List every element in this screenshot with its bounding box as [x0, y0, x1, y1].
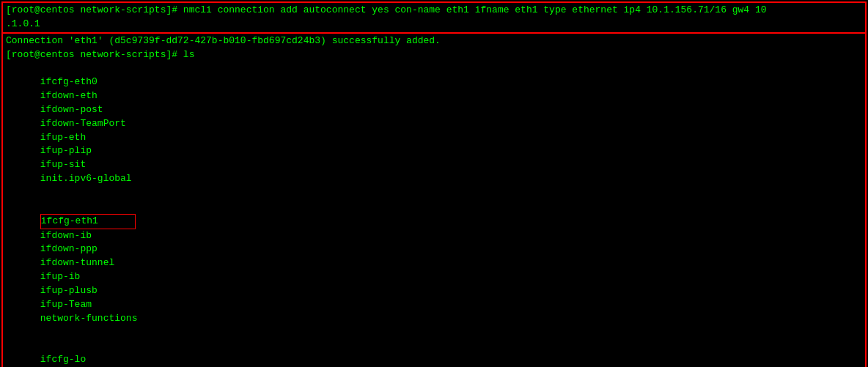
ls-col-2-5: ifup-ib — [40, 270, 125, 284]
nmcli-command-box: [root@centos network-scripts]# nmcli con… — [1, 1, 867, 34]
ls-col-1-7: ifup-sit — [40, 158, 154, 172]
ls-col-2-1: ifcfg-eth1 — [40, 214, 136, 229]
ls-col-2-2: ifdown-ib — [40, 229, 136, 243]
ls-command: [root@centos network-scripts]# ls — [6, 48, 862, 62]
ls-col-2-7: ifup-Team — [40, 298, 154, 312]
nmcli-command-line1: [root@centos network-scripts]# nmcli con… — [6, 4, 862, 18]
ls-col-1-5: ifup-eth — [40, 131, 125, 145]
ls-col-2-4: ifdown-tunnel — [40, 256, 136, 270]
ls-row-2: ifcfg-eth1 ifdown-ib ifdown-ppp ifdown-t… — [6, 200, 862, 339]
ls-cat-box: Connection 'eth1' (d5c9739f-dd72-427b-b0… — [1, 34, 867, 367]
ls-col-1-6: ifup-plip — [40, 144, 125, 158]
ls-col-2-8: network-functions — [40, 313, 138, 324]
ls-row-1: ifcfg-eth0 ifdown-eth ifdown-post ifdown… — [6, 62, 862, 199]
ls-col-1-3: ifdown-post — [40, 103, 158, 117]
ls-col-2-3: ifdown-ppp — [40, 242, 158, 256]
ls-col-2-6: ifup-plusb — [40, 284, 125, 298]
ls-col-3-1: ifcfg-lo — [40, 353, 136, 367]
ls-col-1-8: init.ipv6-global — [40, 173, 132, 184]
terminal-window: [root@centos network-scripts]# nmcli con… — [0, 0, 868, 367]
ls-col-1-2: ifdown-eth — [40, 89, 136, 103]
ls-col-1-1: ifcfg-eth0 — [40, 75, 136, 89]
ls-col-1-4: ifdown-TeamPort — [40, 117, 136, 131]
ls-row-3: ifcfg-lo ifdown-ippp ifdown-routes ifup … — [6, 339, 862, 367]
nmcli-command-line2: .1.0.1 — [6, 18, 862, 31]
success-message: Connection 'eth1' (d5c9739f-dd72-427b-b0… — [6, 34, 862, 48]
